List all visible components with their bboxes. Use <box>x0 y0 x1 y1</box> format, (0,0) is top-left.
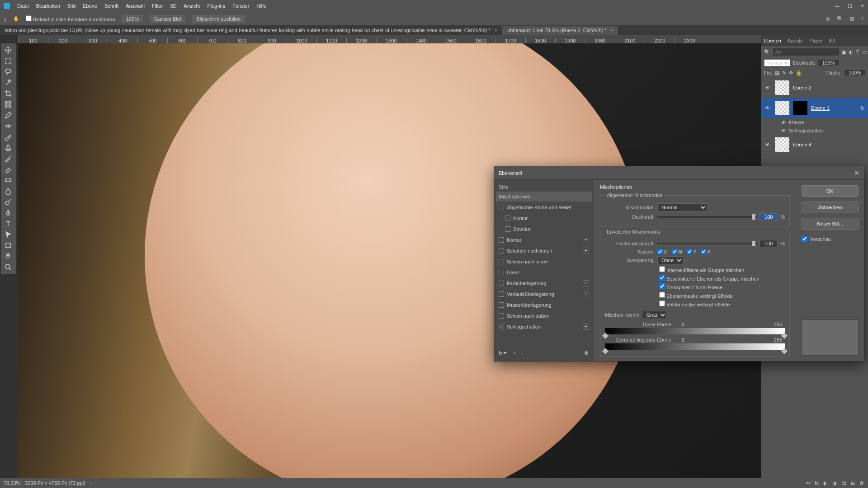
trash-icon[interactable]: 🗑 <box>584 350 589 356</box>
channel-y-checkbox[interactable]: Y <box>687 249 696 254</box>
checkbox[interactable] <box>499 302 504 308</box>
marquee-tool[interactable] <box>2 56 14 66</box>
style-inner-glow[interactable]: Schein nach innen <box>496 257 592 267</box>
move-down-icon[interactable]: ↓ <box>521 350 524 356</box>
menu-plugins[interactable]: Plug-ins <box>207 3 225 9</box>
visibility-icon[interactable]: 👁 <box>765 105 771 111</box>
adjustment-icon[interactable]: ◑ <box>832 480 837 486</box>
lock-position-icon[interactable]: ✥ <box>789 70 793 76</box>
fx-icon[interactable]: fx <box>815 480 819 486</box>
checkbox[interactable] <box>499 205 504 210</box>
menu-hilfe[interactable]: Hilfe <box>256 3 266 9</box>
checkbox[interactable] <box>499 270 504 275</box>
style-bevel-contour[interactable]: Kontur <box>496 213 592 223</box>
visibility-icon[interactable]: 👁 <box>781 128 786 133</box>
fill-opacity-input[interactable] <box>760 240 778 247</box>
layer-effect-dropshadow[interactable]: 👁 Schlagschatten <box>761 127 868 135</box>
share-icon[interactable]: ⇪ <box>860 16 864 22</box>
fill-input[interactable] <box>844 70 865 75</box>
style-drop-shadow[interactable]: Schlagschatten+ <box>496 322 592 332</box>
menu-schrift[interactable]: Schrift <box>104 3 118 9</box>
menu-fenster[interactable]: Fenster <box>232 3 249 9</box>
visibility-icon[interactable]: 👁 <box>765 142 771 147</box>
opt-vectormask-hides[interactable]: Vektormaske verbirgt Effekte <box>659 300 730 307</box>
menu-filter[interactable]: Filter <box>152 3 163 9</box>
opt-interior-effects[interactable]: Interne Effekte als Gruppe mischen <box>659 266 744 273</box>
pen-tool[interactable] <box>2 208 14 218</box>
move-tool[interactable] <box>2 45 14 55</box>
doc-tab-1[interactable]: tattoo und piercings.psdc bei 13,8% (clo… <box>0 26 502 35</box>
this-layer-gradient[interactable] <box>605 328 785 334</box>
menu-bearbeiten[interactable]: Bearbeiten <box>36 3 60 9</box>
menu-3d[interactable]: 3D <box>170 3 176 9</box>
channel-m-checkbox[interactable]: M <box>672 249 682 254</box>
menu-datei[interactable]: Datei <box>17 3 29 9</box>
opacity-input[interactable] <box>760 213 778 221</box>
fill-screen-button[interactable]: Bildschirm ausfüllen <box>192 15 245 23</box>
add-icon[interactable]: + <box>583 248 589 254</box>
filter-adjust-icon[interactable]: ◐ <box>849 49 854 55</box>
dialog-close-icon[interactable]: ✕ <box>854 169 859 177</box>
scroll-all-checkbox[interactable]: Bildlauf in allen Fenstern durchführen <box>26 15 115 22</box>
menu-ebene[interactable]: Ebene <box>83 3 97 9</box>
channel-c-checkbox[interactable]: C <box>657 249 667 254</box>
layer-mask-thumbnail[interactable] <box>793 101 807 115</box>
filter-pixel-icon[interactable]: ▣ <box>842 49 846 55</box>
link-icon[interactable]: ⚯ <box>806 480 810 486</box>
layer-name[interactable]: Ebene 4 <box>793 142 864 147</box>
lock-transparency-icon[interactable]: ▦ <box>775 70 779 76</box>
fx-menu-icon[interactable]: fx⏷ <box>499 350 508 356</box>
move-up-icon[interactable]: ↑ <box>513 350 516 356</box>
hand-tool-icon[interactable]: ✋ <box>13 16 19 22</box>
close-tab-icon[interactable]: × <box>611 28 613 33</box>
layer-row[interactable]: 👁 Ebene 1 fx <box>761 98 868 118</box>
filter-type-icon[interactable]: T <box>856 49 859 55</box>
dodge-tool[interactable] <box>2 197 14 207</box>
hand-tool[interactable] <box>2 251 14 261</box>
lock-paint-icon[interactable]: ✎ <box>782 70 786 76</box>
style-gradient-overlay[interactable]: Verlaufsüberlagerung+ <box>496 289 592 299</box>
close-tab-icon[interactable]: × <box>495 28 497 33</box>
opt-clipped-layers[interactable]: Beschnittene Ebenen als Gruppe mischen <box>659 275 760 282</box>
underlying-gradient[interactable] <box>605 343 785 350</box>
window-close-icon[interactable]: ✕ <box>860 3 864 9</box>
opacity-slider[interactable] <box>657 216 757 218</box>
trash-icon[interactable]: 🗑 <box>859 480 864 486</box>
tab-pfade[interactable]: Pfade <box>809 38 822 43</box>
crop-tool[interactable] <box>2 89 14 99</box>
mask-icon[interactable]: ◐ <box>823 480 828 486</box>
heal-tool[interactable] <box>2 121 14 131</box>
blend-mode-select[interactable]: Normal <box>764 59 790 66</box>
checkbox[interactable] <box>505 216 510 221</box>
eyedropper-tool[interactable] <box>2 110 14 120</box>
tab-3d[interactable]: 3D <box>829 38 835 43</box>
style-inner-shadow[interactable]: Schatten nach innen+ <box>496 246 592 256</box>
shape-tool[interactable] <box>2 240 14 250</box>
status-zoom[interactable]: 78,33% <box>4 480 20 486</box>
add-icon[interactable]: + <box>583 237 589 243</box>
layer-name[interactable]: Ebene 2 <box>793 85 864 90</box>
blend-mode-select[interactable]: Normal <box>657 203 707 211</box>
zoom-tool[interactable] <box>2 262 14 272</box>
blur-tool[interactable] <box>2 186 14 196</box>
checkbox[interactable] <box>499 259 504 264</box>
fit-screen-button[interactable]: Ganzes Bild <box>150 15 185 23</box>
home-icon[interactable]: ⌂ <box>4 16 7 22</box>
layer-effects-row[interactable]: 👁 Effekte <box>761 118 868 127</box>
dialog-titlebar[interactable]: Ebenenstil ✕ <box>494 166 864 180</box>
checkbox[interactable] <box>499 281 504 286</box>
fill-opacity-slider[interactable] <box>657 243 757 244</box>
window-minimize-icon[interactable]: — <box>835 3 840 9</box>
new-style-button[interactable]: Neuer Stil... <box>802 218 859 230</box>
menu-auswahl[interactable]: Auswahl <box>126 3 145 9</box>
gradient-tool[interactable] <box>2 175 14 185</box>
cancel-button[interactable]: Abbrechen <box>802 202 859 213</box>
lasso-tool[interactable] <box>2 67 14 77</box>
style-bevel[interactable]: Abgeflachte Kante und Relief <box>496 202 592 212</box>
opt-layermask-hides[interactable]: Ebenenmaske verbirgt Effekte <box>659 292 733 299</box>
visibility-icon[interactable]: 👁 <box>781 120 786 125</box>
blend-if-select[interactable]: Grau <box>642 311 667 319</box>
checkbox[interactable] <box>499 324 504 329</box>
ok-button[interactable]: OK <box>802 185 859 197</box>
opt-transparency-shapes[interactable]: Transparenz formt Ebene <box>659 283 722 290</box>
